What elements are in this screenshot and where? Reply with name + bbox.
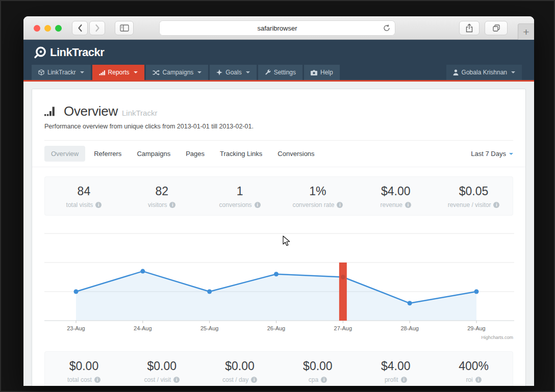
- info-icon[interactable]: [251, 377, 257, 383]
- nav-item-label: Help: [320, 69, 333, 76]
- main-nav: LinkTrackr Reports Campaigns: [23, 65, 534, 80]
- info-icon[interactable]: [401, 377, 407, 383]
- stat-value: $4.00: [357, 359, 435, 373]
- date-range-dropdown[interactable]: Last 7 Days: [471, 150, 513, 158]
- stat-profit: $4.00 profit: [357, 359, 435, 383]
- stat-label: conversion rate: [292, 201, 334, 208]
- page-title-suffix: LinkTrackr: [122, 109, 157, 117]
- stat-label: total visits: [66, 201, 93, 208]
- stat-revenue: $4.00 revenue: [357, 185, 435, 208]
- user-menu[interactable]: Gobala Krishnan: [446, 65, 522, 80]
- stat-label: total cost: [67, 376, 92, 383]
- tab-conversions[interactable]: Conversions: [271, 146, 321, 162]
- date-range-label: Last 7 Days: [471, 150, 506, 158]
- info-icon[interactable]: [321, 377, 327, 383]
- info-icon[interactable]: [493, 202, 499, 208]
- stats-row-bottom: $0.00 total cost $0.00 cost / visit $0.0…: [44, 351, 513, 386]
- info-icon[interactable]: [94, 377, 100, 383]
- tab-campaigns[interactable]: Campaigns: [130, 146, 177, 162]
- nav-item-campaigns[interactable]: Campaigns: [146, 65, 209, 80]
- info-icon[interactable]: [405, 202, 411, 208]
- stat-label: revenue: [381, 201, 402, 208]
- stat-value: $0.00: [201, 359, 279, 373]
- reload-icon[interactable]: [383, 24, 391, 34]
- info-icon[interactable]: [255, 202, 261, 208]
- fullscreen-window-button[interactable]: [55, 25, 62, 32]
- cube-icon: [38, 69, 44, 75]
- safari-window: safaribrowser: [23, 16, 534, 386]
- stats-row-top: 84 total visits 82 visitors 1 conversion…: [44, 176, 513, 216]
- svg-text:29-Aug: 29-Aug: [467, 325, 485, 331]
- close-window-button[interactable]: [34, 25, 40, 32]
- share-button[interactable]: [459, 21, 480, 35]
- site-header: LinkTrackr: [23, 40, 534, 65]
- back-button[interactable]: [72, 21, 88, 35]
- info-icon[interactable]: [169, 202, 175, 208]
- nav-item-settings[interactable]: Settings: [258, 65, 302, 80]
- traffic-lights: [34, 25, 62, 32]
- nav-item-linktrackr[interactable]: LinkTrackr: [32, 65, 91, 80]
- info-icon[interactable]: [337, 202, 343, 208]
- tab-overview-button[interactable]: [485, 21, 508, 35]
- info-icon[interactable]: [95, 202, 102, 208]
- stat-value: 84: [45, 185, 123, 198]
- stat-value: $0.00: [45, 359, 123, 373]
- tab-overview[interactable]: Overview: [44, 146, 85, 162]
- svg-text:25-Aug: 25-Aug: [200, 325, 218, 331]
- highcharts-area-chart[interactable]: 23-Aug24-Aug25-Aug26-Aug27-Aug28-Aug29-A…: [44, 220, 514, 342]
- nav-item-reports[interactable]: Reports: [92, 65, 144, 80]
- caret-down-icon: [246, 71, 250, 73]
- wrench-icon: [265, 69, 271, 75]
- forward-button[interactable]: [89, 21, 105, 35]
- bar-chart-icon: [99, 70, 105, 75]
- sidebar-icon: [120, 24, 129, 32]
- sidebar-button[interactable]: [115, 21, 134, 35]
- share-icon: [465, 23, 473, 33]
- overview-card: Overview LinkTrackr Performance overview…: [32, 89, 526, 386]
- stat-conversions: 1 conversions: [201, 185, 279, 208]
- stat-label: cpa: [309, 376, 318, 383]
- stat-total-visits: 84 total visits: [45, 185, 123, 208]
- nav-item-label: Goals: [225, 69, 241, 76]
- stat-value: $4.00: [357, 185, 435, 198]
- screenshot-frame: safaribrowser: [0, 0, 555, 392]
- bar-chart-title-icon: [44, 107, 59, 116]
- svg-text:28-Aug: 28-Aug: [400, 325, 418, 331]
- nav-item-help[interactable]: Help: [304, 65, 340, 80]
- stat-value: 82: [123, 185, 201, 198]
- info-icon[interactable]: [475, 377, 482, 383]
- nav-item-label: LinkTrackr: [47, 69, 76, 76]
- tab-tracking-links[interactable]: Tracking Links: [213, 146, 269, 162]
- report-tabs-row: Overview Referrers Campaigns Pages Track…: [32, 141, 525, 167]
- caret-down-icon: [509, 153, 513, 155]
- stat-label: roi: [466, 376, 472, 383]
- tab-referrers[interactable]: Referrers: [87, 146, 128, 162]
- caret-down-icon: [134, 71, 138, 73]
- page-subtitle: Performance overview from unique clicks …: [44, 123, 513, 130]
- diamond-icon: [216, 69, 222, 75]
- stat-value: $0.05: [435, 185, 513, 198]
- stat-visitors: 82 visitors: [123, 185, 201, 208]
- stat-cpa: $0.00 cpa: [279, 359, 357, 383]
- info-icon[interactable]: [173, 377, 180, 383]
- stat-cost-visit: $0.00 cost / visit: [123, 359, 201, 383]
- card-header: Overview LinkTrackr Performance overview…: [32, 89, 525, 141]
- user-name: Gobala Krishnan: [462, 69, 507, 76]
- stat-value: 400%: [435, 359, 513, 373]
- shuffle-icon: [153, 70, 160, 75]
- svg-text:24-Aug: 24-Aug: [134, 325, 152, 331]
- visits-chart[interactable]: 23-Aug24-Aug25-Aug26-Aug27-Aug28-Aug29-A…: [44, 220, 513, 342]
- minimize-window-button[interactable]: [44, 25, 51, 32]
- nav-spacer: [341, 65, 446, 80]
- svg-text:26-Aug: 26-Aug: [267, 325, 285, 331]
- nav-item-goals[interactable]: Goals: [210, 65, 256, 80]
- address-bar[interactable]: safaribrowser: [159, 20, 395, 36]
- new-tab-button[interactable]: +: [518, 23, 534, 40]
- stat-value: $0.00: [123, 359, 201, 373]
- nav-item-label: Settings: [274, 69, 296, 76]
- stat-total-cost: $0.00 total cost: [45, 359, 123, 383]
- stat-label: cost / day: [222, 376, 248, 383]
- svg-text:27-Aug: 27-Aug: [334, 325, 352, 331]
- tab-pages[interactable]: Pages: [179, 146, 211, 162]
- linktrackr-logo-text[interactable]: LinkTrackr: [50, 46, 104, 59]
